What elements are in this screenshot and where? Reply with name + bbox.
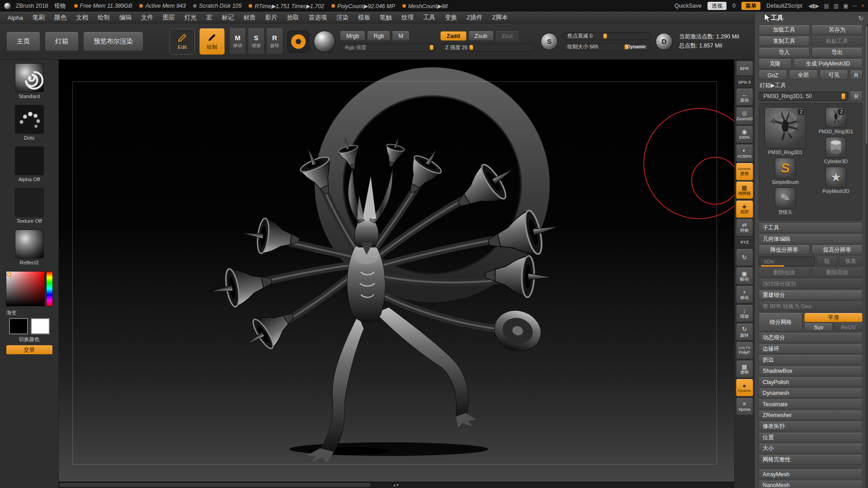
menu-item-zplugin[interactable]: Z插件 <box>462 14 487 22</box>
menu-item-layer[interactable]: 图层 <box>158 14 180 22</box>
tool-thumbnail-simplebrush[interactable]: S <box>775 158 796 178</box>
zscript-name[interactable]: DefaultZScript <box>766 3 802 9</box>
menu-item-picker[interactable]: 拾取 <box>282 14 304 22</box>
alternate-color-button[interactable]: 交替 <box>6 345 52 354</box>
timeline-icon[interactable]: ◀▮▶ <box>808 3 819 9</box>
rotate-canvas-button[interactable]: ↻ <box>736 249 753 266</box>
menu-item-color[interactable]: 颜色 <box>50 14 71 22</box>
refresh-icon[interactable]: ↻ <box>858 14 863 22</box>
lightbox-button[interactable]: 灯箱 <box>45 32 79 51</box>
symmetry-button[interactable]: ⇄对称 <box>736 219 753 236</box>
mrgb-button[interactable]: Mrgb <box>340 31 365 41</box>
menu-item-tool[interactable]: 工具 <box>419 14 440 22</box>
load-tool-button[interactable]: 加载工具 <box>759 25 810 35</box>
panel-scrollbar-handle[interactable] <box>866 26 868 144</box>
menu-item-template[interactable]: 模板 <box>354 14 375 22</box>
subtool-section-header[interactable]: 子工具 <box>759 223 863 233</box>
current-brush-thumbnail[interactable] <box>15 63 44 92</box>
menu-item-movie[interactable]: 影片 <box>260 14 282 22</box>
switch-color-button[interactable]: 切换颜色 <box>19 336 40 343</box>
slider-handle[interactable] <box>841 93 845 99</box>
xyz-button[interactable]: XYZ <box>736 238 753 248</box>
tool-thumbnail-head[interactable]: ✎ <box>775 188 796 208</box>
current-alpha-thumbnail[interactable] <box>15 146 44 175</box>
gyro-scale-button[interactable]: ↕缩放 <box>736 305 753 322</box>
section-arraymesh[interactable]: ArrayMesh <box>759 469 863 479</box>
section-claypolish[interactable]: ClayPolish <box>759 377 863 387</box>
canvas-scrollbar[interactable]: ▴▾ <box>59 482 734 488</box>
zoom2d-button[interactable]: ◎Zoom2D <box>736 108 753 125</box>
goz-button[interactable]: GoZ <box>759 70 787 80</box>
persp-chip[interactable]: 透视 <box>708 2 726 10</box>
higher-res-button[interactable]: 提高分辨率 <box>811 245 863 255</box>
active-tool-thumbnail[interactable]: 2 <box>764 107 806 149</box>
color-selector-icon[interactable] <box>7 272 11 277</box>
current-color-swatch[interactable] <box>288 31 309 52</box>
lightbox-tool-label[interactable]: 灯箱▶工具 <box>760 82 862 89</box>
menu-button[interactable]: 菜单 <box>741 2 760 10</box>
minimize-icon[interactable]: ─ <box>853 3 857 9</box>
clone-button[interactable]: 克隆 <box>759 59 792 69</box>
menu-item-render[interactable]: 渲染 <box>332 14 354 22</box>
hue-strip[interactable] <box>46 271 53 306</box>
goz-r-button[interactable]: R <box>850 70 863 80</box>
quicksave-button[interactable]: QuickSave <box>675 3 702 9</box>
reconstruct-subdiv-button[interactable]: 重建细分 <box>759 291 863 300</box>
geometry-section-header[interactable]: 几何体编辑 <box>759 235 863 244</box>
current-stroke-thumbnail[interactable] <box>15 105 44 134</box>
menu-item-edit[interactable]: 编辑 <box>115 14 137 22</box>
tool-thumbnail-ring[interactable]: 2 <box>826 107 846 128</box>
del-lower-button[interactable]: 删除低级 <box>759 268 810 277</box>
layout-icon[interactable]: ▤ <box>824 3 829 9</box>
menu-item-transform[interactable]: 变换 <box>440 14 462 22</box>
gyro-move-button[interactable]: +移动 <box>736 286 753 303</box>
current-material-thumbnail[interactable] <box>15 230 44 258</box>
export-button[interactable]: 导出 <box>811 48 863 57</box>
menu-item-marker[interactable]: 标记 <box>217 14 239 22</box>
m-button[interactable]: M <box>392 31 409 41</box>
tool-thumbnail-cylinder[interactable] <box>826 137 846 158</box>
lower-res-button[interactable]: 降低分辨率 <box>759 245 810 255</box>
menu-item-document[interactable]: 文档 <box>71 14 93 22</box>
preview-boolean-button[interactable]: 预览布尔渲染 <box>83 32 143 51</box>
rgb-button[interactable]: Rgb <box>367 31 390 41</box>
local-symmetry-button[interactable]: ◈局部 <box>736 201 753 218</box>
current-texture-thumbnail[interactable] <box>15 188 44 217</box>
draw-mode-button[interactable]: 绘制 <box>199 28 225 55</box>
focal-shift-slider[interactable]: 焦点衰减 0 <box>562 32 651 40</box>
copy-tool-button[interactable]: 复制工具 <box>759 37 810 46</box>
menu-item-zscript[interactable]: Z脚本 <box>487 14 513 22</box>
rgb-intensity-slider[interactable]: Rgb 强度 <box>340 43 436 52</box>
aahalf-button[interactable]: ◐AC50% <box>736 145 753 162</box>
zsub-button[interactable]: Zsub <box>468 31 494 41</box>
suv-button[interactable]: Suv <box>804 324 833 331</box>
menu-item-texture[interactable]: 纹理 <box>397 14 419 22</box>
section-mesh-integrity[interactable]: 网格完整性 <box>759 455 863 465</box>
secondary-color-swatch[interactable] <box>31 318 50 334</box>
gradient-toggle[interactable]: 渐变 <box>6 310 17 316</box>
zcut-button[interactable]: Zcut <box>495 31 519 41</box>
tool-r-button[interactable]: R <box>850 92 863 101</box>
menu-item-preferences[interactable]: 首选项 <box>304 14 332 22</box>
slider-handle[interactable] <box>603 33 607 39</box>
scrollbar-handle[interactable] <box>60 483 370 487</box>
lock-icon[interactable]: ▣ <box>843 3 848 9</box>
reuv-button[interactable]: ReUV <box>834 324 863 331</box>
zadd-button[interactable]: Zadd <box>440 31 467 41</box>
make-polymesh3d-button[interactable]: 生成 PolyMesh3D <box>793 59 863 69</box>
close-icon[interactable]: × <box>861 3 864 9</box>
polyframe-button[interactable]: Line FillPolyF <box>736 342 753 359</box>
section-dynamesh[interactable]: Dynamesh <box>759 389 863 398</box>
convert-bpr-button[interactable]: 将 BPR 转换为 Geo <box>759 302 863 311</box>
sdiv-slider[interactable]: SDiv <box>759 257 815 266</box>
frame-button[interactable]: ▣帧动 <box>736 267 753 285</box>
persp-button[interactable]: Dynamic透视 <box>736 163 753 180</box>
scroll-button[interactable]: ↔滚动 <box>736 89 753 106</box>
slider-handle[interactable] <box>469 45 473 50</box>
menu-item-alpha[interactable]: Alpha <box>3 14 28 21</box>
section-dynamic-subdiv[interactable]: 动态细分 <box>759 333 863 343</box>
menu-item-brush[interactable]: 笔刷 <box>28 14 50 22</box>
sculptris-pro-toggle[interactable]: S <box>541 33 558 50</box>
menu-item-macro[interactable]: 宏 <box>202 14 217 22</box>
section-shadowbox[interactable]: ShadowBox <box>759 366 863 376</box>
